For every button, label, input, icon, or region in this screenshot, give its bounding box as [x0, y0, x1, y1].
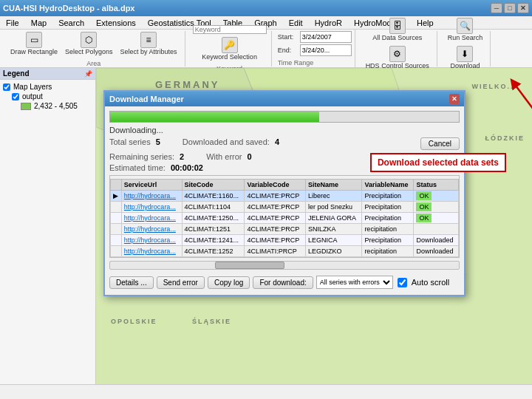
- col-site-name: SiteName: [305, 180, 361, 191]
- auto-scroll-checkbox[interactable]: [398, 278, 407, 287]
- row-site-name: LEGDIZKO: [305, 246, 361, 257]
- legend-map-layers-checkbox[interactable]: [3, 83, 10, 91]
- draw-rectangle-btn[interactable]: ▭ Draw Rectangle: [7, 30, 61, 57]
- row-site-name: Liberec: [305, 191, 361, 202]
- remaining-label: Remaining series:: [109, 152, 174, 161]
- horizontal-scrollbar[interactable]: [109, 261, 460, 270]
- run-search-btn[interactable]: 🔍 Run Search: [445, 16, 486, 43]
- keyword-input[interactable]: [193, 25, 267, 34]
- legend-body: Map Layers output 2,432 - 4,505: [0, 80, 95, 115]
- area-section-label: Area: [86, 60, 100, 67]
- main-area: Legend 📌 Map Layers output 2,432 - 4,505: [0, 68, 532, 384]
- select-by-attributes-label: Select by Attributes: [120, 48, 177, 55]
- cancel-button[interactable]: Cancel: [420, 137, 460, 150]
- all-data-sources-label: All Data Sources: [372, 34, 422, 41]
- table-scroll-area[interactable]: ServiceUrl SiteCode VariableCode SiteNam…: [109, 175, 460, 258]
- legend-range-label: 2,432 - 4,505: [34, 102, 78, 110]
- table-row[interactable]: http://hydrocara... 4CLIMATI:1104 4CLIMA…: [111, 202, 459, 213]
- with-error-value: 0: [248, 152, 252, 161]
- menu-edit[interactable]: Edit: [286, 18, 306, 28]
- keyword-selection-icon: 🔑: [222, 37, 238, 53]
- window-controls: ─ □ ✕: [491, 3, 529, 13]
- row-variable-code: 4CLIMATE:PRCP: [245, 235, 306, 246]
- row-indicator: [111, 246, 122, 257]
- details-btn[interactable]: Details ...: [109, 276, 154, 289]
- total-series-label: Total series: [109, 137, 151, 146]
- row-site-name: JELENIA GORA: [305, 213, 361, 224]
- data-table: ServiceUrl SiteCode VariableCode SiteNam…: [110, 179, 459, 257]
- table-row[interactable]: http://hydrocara... 4CLIMATE:1252 4CLIMA…: [111, 246, 459, 257]
- end-date-input[interactable]: [300, 44, 352, 56]
- table-row[interactable]: http://hydrocara... 4CLIMATI:1251 4CLIMA…: [111, 224, 459, 235]
- row-service-url: http://hydrocara...: [121, 202, 182, 213]
- end-row: End:: [278, 44, 352, 56]
- with-error-label: With error: [206, 152, 242, 161]
- download-status-text: Downloading...: [109, 126, 163, 134]
- progress-bar-fill: [110, 112, 319, 122]
- select-by-attributes-btn[interactable]: ≡ Select by Attributes: [117, 30, 180, 57]
- row-service-url: http://hydrocara...: [121, 224, 182, 235]
- row-site-name: SNILZKA: [305, 224, 361, 235]
- menu-map[interactable]: Map: [28, 18, 50, 28]
- dialog-info-row-1: Total series 5 Downloaded and saved: 4 C…: [109, 137, 460, 150]
- all-data-sources-btn[interactable]: 🗄 All Data Sources: [369, 16, 425, 43]
- filter-select[interactable]: All series with errors: [316, 276, 393, 289]
- legend-output-checkbox[interactable]: [12, 93, 19, 100]
- row-service-url: http://hydrocara...: [121, 213, 182, 224]
- menu-extensions[interactable]: Extensions: [93, 18, 139, 28]
- all-data-sources-icon: 🗄: [389, 18, 406, 34]
- table-row[interactable]: ▶ http://hydrocara... 4CLIMATE:1160... 4…: [111, 191, 459, 202]
- toolbar-search-group: 🔍 Run Search ⬇ Download Search: [440, 31, 491, 66]
- cancel-btn-area: Cancel: [420, 137, 460, 150]
- start-label: Start:: [278, 33, 299, 41]
- row-site-code: 4CLIMATI:1251: [182, 224, 245, 235]
- keyword-btn-row: 🔑 Keyword Selection: [199, 35, 260, 62]
- row-status: Downloaded: [414, 235, 459, 246]
- minimize-btn[interactable]: ─: [491, 3, 502, 13]
- toolbar-time-range-group: Start: End: Time Range: [275, 30, 355, 68]
- row-variable-name: Precipitation: [362, 235, 414, 246]
- row-variable-code: 4CLIMATE:PRCP: [245, 202, 306, 213]
- menu-file[interactable]: File: [3, 18, 22, 28]
- row-status: OK: [414, 202, 459, 213]
- menu-hydror[interactable]: HydroR: [312, 18, 345, 28]
- menu-search[interactable]: Search: [55, 18, 87, 28]
- send-error-btn[interactable]: Send error: [157, 276, 205, 289]
- legend-output-label: output: [22, 92, 43, 100]
- dialog-title-bar: Download Manager ✕: [105, 92, 464, 106]
- estimated-label: Estimated time:: [109, 163, 166, 172]
- col-site-code: SiteCode: [182, 180, 245, 191]
- start-date-input[interactable]: [300, 31, 352, 43]
- draw-rectangle-label: Draw Rectangle: [10, 48, 58, 55]
- download-btn[interactable]: ⬇ Download: [447, 44, 482, 71]
- svg-line-13: [514, 83, 532, 112]
- end-label: End:: [278, 47, 299, 54]
- row-status: Downloaded: [414, 246, 459, 257]
- dialog-body: Downloading... Total series 5 Downloaded…: [105, 106, 464, 295]
- col-select: [111, 180, 122, 191]
- toolbar: ▭ Draw Rectangle ⬡ Select Polygons ≡ Sel…: [0, 30, 532, 68]
- row-status: OK: [414, 213, 459, 224]
- legend-pin-icon[interactable]: 📌: [84, 70, 92, 78]
- map-area[interactable]: GERMANY LUBUSKIE WIELKO... ŁÓDZKIE OPOLS…: [96, 68, 532, 384]
- select-polygons-icon: ⬡: [81, 32, 97, 48]
- dialog-overlay: Download Manager ✕ Downloading...: [96, 68, 532, 384]
- row-site-code: 4CLIMATI:1104: [182, 202, 245, 213]
- row-variable-name: recipitation: [362, 246, 414, 257]
- row-service-url: http://hydrocara...: [121, 191, 182, 202]
- header-row: ServiceUrl SiteCode VariableCode SiteNam…: [111, 180, 459, 191]
- download-icon: ⬇: [457, 46, 473, 62]
- table-row[interactable]: http://hydrocara... 4CLIMATE:1241... 4CL…: [111, 235, 459, 246]
- row-site-code: 4CLIMATE:1241...: [182, 235, 245, 246]
- table-row[interactable]: http://hydrocara... 4CLIMATE:1250... 4CL…: [111, 213, 459, 224]
- row-status: OK: [414, 191, 459, 202]
- close-btn[interactable]: ✕: [517, 3, 529, 13]
- dialog-close-btn[interactable]: ✕: [449, 94, 460, 104]
- for-download-btn[interactable]: For download:: [253, 276, 313, 289]
- keyword-selection-btn[interactable]: 🔑 Keyword Selection: [199, 35, 260, 62]
- row-variable-name: Precipitation: [362, 202, 414, 213]
- maximize-btn[interactable]: □: [504, 3, 516, 13]
- select-polygons-btn[interactable]: ⬡ Select Polygons: [62, 30, 116, 57]
- hds-control-btn[interactable]: ⚙ HDS Control Sources: [363, 44, 432, 71]
- copy-log-btn[interactable]: Copy log: [208, 276, 250, 289]
